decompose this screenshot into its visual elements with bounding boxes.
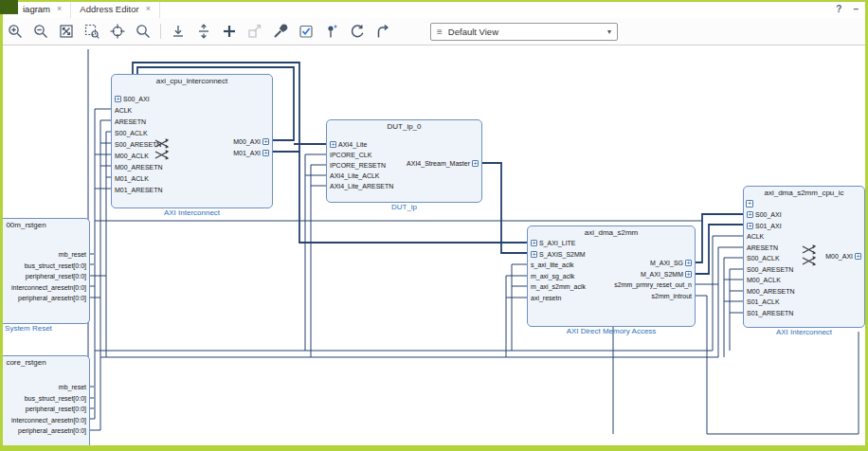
block-axi-dma-s2mm-cpu-ic[interactable]: axi_dma_s2mm_cpu_ic + +S00_AXI+S01_AXIAC…: [743, 186, 865, 328]
expand-port-icon[interactable]: +: [855, 253, 861, 260]
net-wire[interactable]: [482, 163, 527, 253]
expand-port-icon[interactable]: +: [115, 96, 121, 102]
optimize-routing-icon[interactable]: [374, 23, 391, 40]
customize-wrench-icon[interactable]: [272, 23, 289, 40]
block-core-rstgen[interactable]: core_rstgen mb_resetbus_struct_reset[0:0…: [0, 355, 90, 451]
port-S00_ACLK[interactable]: S00_ACLK: [113, 127, 150, 138]
port-S00_ACLK[interactable]: S00_ACLK: [745, 253, 782, 264]
make-external-icon[interactable]: [246, 23, 263, 40]
expand-port-icon[interactable]: +: [685, 271, 692, 278]
port-M00_ARESETN[interactable]: M00_ARESETN: [113, 161, 165, 172]
port-AXI4_Lite[interactable]: +AXI4_Lite: [328, 139, 369, 150]
port-M01_ACLK[interactable]: M01_ACLK: [113, 172, 151, 184]
block-00m-rstgen[interactable]: 00m_rstgen mb_resetbus_struct_reset[0:0]…: [0, 218, 90, 324]
diagram-canvas[interactable]: axi_cpu_interconnect +S00_AXIACLKARESETN…: [0, 45, 868, 451]
block-axi-cpu-interconnect[interactable]: axi_cpu_interconnect +S00_AXIACLKARESETN…: [111, 74, 273, 208]
port-ACLK[interactable]: ACLK: [113, 104, 134, 116]
port-peripheral_reset[0:0][interactable]: peripheral_reset[0:0]: [24, 404, 88, 415]
port-ARESETN[interactable]: ARESETN: [745, 243, 780, 254]
port-interconnect_aresetn[0:0][interactable]: interconnect_aresetn[0:0]: [9, 415, 88, 426]
zoom-to-selection-icon[interactable]: [83, 23, 100, 40]
port-S00_AXI[interactable]: +S00_AXI: [745, 209, 784, 221]
port-S01_ACLK[interactable]: S01_ACLK: [745, 297, 782, 308]
expand-port-icon[interactable]: +: [472, 160, 479, 167]
port-S01_AXI[interactable]: +S01_AXI: [745, 221, 784, 232]
port-s2mm_prmry_reset_out_n[interactable]: s2mm_prmry_reset_out_n: [612, 280, 694, 291]
zoom-fit-icon[interactable]: [58, 23, 75, 40]
port-bus_struct_reset[0:0][interactable]: bus_struct_reset[0:0]: [23, 393, 88, 405]
validate-design-icon[interactable]: [298, 23, 315, 40]
port-S00_ARESETN[interactable]: S00_ARESETN: [745, 264, 795, 276]
port-peripheral_aresetn[0:0][interactable]: peripheral_aresetn[0:0]: [16, 293, 88, 304]
port-ACLK[interactable]: ACLK: [745, 231, 766, 243]
expand-port-icon[interactable]: +: [262, 150, 269, 156]
port-interconnect_aresetn[0:0][interactable]: interconnect_aresetn[0:0]: [9, 282, 88, 294]
expand-block-icon[interactable]: +: [746, 200, 753, 207]
port-M01_AXI[interactable]: M01_AXI+: [231, 147, 271, 158]
expand-port-icon[interactable]: +: [262, 138, 269, 145]
regenerate-layout-icon[interactable]: [349, 23, 366, 40]
net-wire[interactable]: [730, 269, 743, 351]
help-icon[interactable]: ?: [836, 4, 841, 14]
port-s2mm_introut[interactable]: s2mm_introut: [650, 291, 694, 302]
expand-port-icon[interactable]: +: [747, 223, 753, 229]
view-selector-dropdown[interactable]: ≡ Default View ▾: [430, 23, 618, 41]
port-M01_ARESETN[interactable]: M01_ARESETN: [113, 184, 165, 195]
port-AXI4_Lite_ARESETN[interactable]: AXI4_Lite_ARESETN: [328, 181, 395, 191]
port-IPCORE_RESETN[interactable]: IPCORE_RESETN: [328, 160, 388, 171]
port-S01_ARESETN[interactable]: S01_ARESETN: [745, 308, 795, 319]
expand-hierarchy-icon[interactable]: [195, 23, 212, 40]
expand-port-icon[interactable]: +: [531, 240, 537, 246]
port-peripheral_aresetn[0:0][interactable]: peripheral_aresetn[0:0]: [16, 425, 88, 437]
pin-netlist-icon[interactable]: [323, 23, 340, 40]
net-wire[interactable]: [311, 165, 326, 357]
port-s_axi_lite_aclk[interactable]: s_axi_lite_aclk: [529, 260, 576, 271]
add-ip-icon[interactable]: [221, 23, 238, 40]
block-subtitle: AXI Direct Memory Access: [528, 327, 695, 335]
port-mb_reset[interactable]: mb_reset: [57, 249, 88, 261]
block-axi-dma-s2mm[interactable]: axi_dma_s2mm +S_AXI_LITE+S_AXIS_S2MMs_ax…: [527, 226, 696, 327]
close-icon[interactable]: ×: [57, 5, 62, 13]
port-label: interconnect_aresetn[0:0]: [11, 284, 86, 291]
port-AXI4_Stream_Master[interactable]: AXI4_Stream_Master+: [405, 158, 480, 169]
close-icon[interactable]: ×: [146, 5, 151, 13]
port-label: mb_reset: [59, 251, 86, 258]
port-M00_AXI[interactable]: M00_AXI+: [823, 251, 863, 262]
net-wire[interactable]: [512, 264, 527, 351]
port-S_AXIS_S2MM[interactable]: +S_AXIS_S2MM: [529, 249, 588, 261]
net-wire[interactable]: [506, 276, 527, 357]
port-bus_struct_reset[0:0][interactable]: bus_struct_reset[0:0]: [23, 261, 88, 272]
port-peripheral_reset[0:0][interactable]: peripheral_reset[0:0]: [24, 271, 88, 282]
net-wire[interactable]: [696, 214, 743, 262]
expand-port-icon[interactable]: +: [747, 211, 753, 218]
port-ARESETN[interactable]: ARESETN: [113, 116, 148, 127]
collapse-hierarchy-icon[interactable]: [170, 23, 187, 40]
zoom-out-icon[interactable]: [32, 23, 49, 40]
expand-port-icon[interactable]: +: [531, 251, 537, 258]
port-m_axi_sg_aclk[interactable]: m_axi_sg_aclk: [529, 271, 576, 282]
zoom-in-icon[interactable]: [7, 23, 24, 40]
port-S00_AXI[interactable]: +S00_AXI: [113, 93, 152, 104]
block-dut-ip-0[interactable]: DUT_ip_0 +AXI4_LiteIPCORE_CLKIPCORE_RESE…: [326, 119, 482, 203]
port-M00_AXI[interactable]: M00_AXI+: [231, 135, 271, 147]
port-M00_ACLK[interactable]: M00_ACLK: [745, 275, 783, 286]
search-icon[interactable]: [135, 23, 152, 40]
port-axi_resetn[interactable]: axi_resetn: [529, 293, 563, 304]
net-wire[interactable]: [724, 258, 743, 357]
port-M00_ACLK[interactable]: M00_ACLK: [113, 150, 151, 161]
float-window-icon[interactable]: –: [853, 4, 859, 14]
port-M_AXI_SG[interactable]: M_AXI_SG+: [648, 258, 694, 269]
port-M00_ARESETN[interactable]: M00_ARESETN: [745, 286, 797, 298]
port-AXI4_Lite_ACLK[interactable]: AXI4_Lite_ACLK: [328, 171, 382, 181]
fit-selection-icon[interactable]: [109, 23, 126, 40]
tab-address-editor[interactable]: Address Editor ×: [71, 0, 160, 18]
expand-port-icon[interactable]: +: [685, 260, 692, 266]
port-mb_reset[interactable]: mb_reset: [57, 382, 88, 393]
port-IPCORE_CLK[interactable]: IPCORE_CLK: [328, 150, 373, 160]
port-m_axi_s2mm_aclk[interactable]: m_axi_s2mm_aclk: [529, 281, 588, 293]
port-M_AXI_S2MM[interactable]: M_AXI_S2MM+: [639, 269, 694, 280]
port-label: AXI4_Lite: [338, 141, 367, 148]
expand-port-icon[interactable]: +: [330, 141, 336, 148]
port-S_AXI_LITE[interactable]: +S_AXI_LITE: [529, 238, 578, 249]
net-wire[interactable]: [305, 154, 326, 351]
